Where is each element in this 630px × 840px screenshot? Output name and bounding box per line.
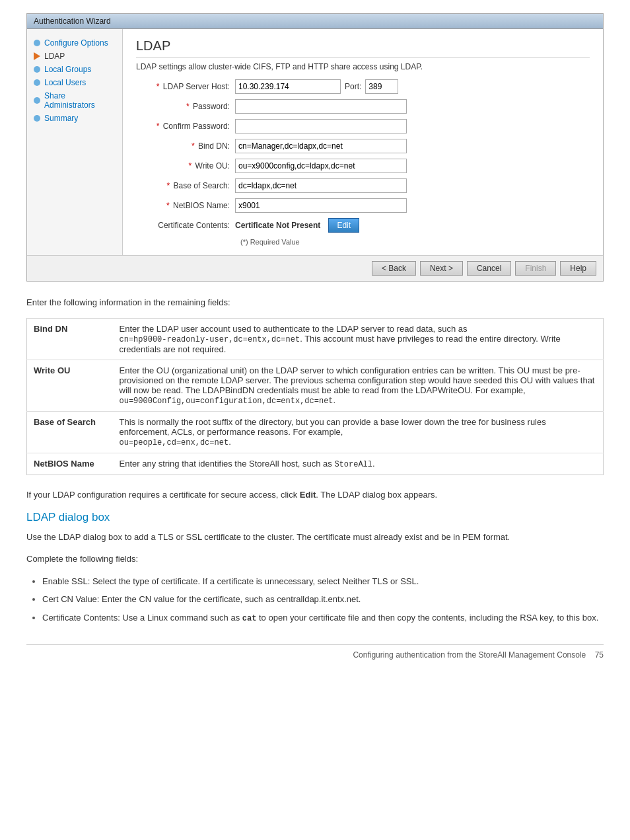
form-row-ldap-server-host: * LDAP Server Host: Port: <box>136 79 590 94</box>
input-password[interactable] <box>235 99 407 114</box>
input-ldap-server-host[interactable] <box>235 79 341 94</box>
form-row-password: * Password: <box>136 99 590 114</box>
list-item: Enable SSL: Select the type of certifica… <box>42 575 604 588</box>
wizard-title: Authentication Wizard <box>34 17 111 26</box>
nav-arrow-ldap <box>34 52 40 60</box>
sidebar-item-share-administrators[interactable]: Share Administrators <box>34 91 116 110</box>
desc-write-ou: Enter the OU (organizational unit) on th… <box>113 360 604 412</box>
table-row: Bind DN Enter the LDAP user account used… <box>27 319 604 360</box>
wizard-titlebar: Authentication Wizard <box>27 14 603 29</box>
label-confirm-password: * Confirm Password: <box>136 122 235 131</box>
help-button[interactable]: Help <box>560 261 596 276</box>
label-password: * Password: <box>136 102 235 111</box>
input-base-of-search[interactable] <box>235 178 407 193</box>
nav-bullet-summary <box>34 115 40 122</box>
code-base-of-search: ou=people,cd=enx,dc=net <box>120 438 229 447</box>
required-star-netbios-name: * <box>166 201 170 210</box>
input-write-ou[interactable] <box>235 159 407 173</box>
table-row: Base of Search This is normally the root… <box>27 412 604 453</box>
nav-bullet-configure-options <box>34 40 40 46</box>
form-row-netbios-name: * NetBIOS Name: <box>136 198 590 213</box>
edit-certificate-button[interactable]: Edit <box>328 218 359 233</box>
list-item: Cert CN Value: Enter the CN value for th… <box>42 593 604 606</box>
required-star-host: * <box>157 82 160 91</box>
required-note: (*) Required Value <box>240 238 590 246</box>
page-footer: Configuring authentication from the Stor… <box>26 644 604 660</box>
list-item: Certificate Contents: Use a Linux comman… <box>42 611 604 625</box>
nav-label-local-users[interactable]: Local Users <box>44 78 86 87</box>
sidebar-item-local-users[interactable]: Local Users <box>34 78 116 87</box>
required-star-confirm-password: * <box>157 122 160 131</box>
wizard-nav: Configure Options LDAP Local Groups Loca… <box>27 29 123 255</box>
input-bind-dn[interactable] <box>235 139 407 153</box>
table-row: NetBIOS Name Enter any string that ident… <box>27 453 604 475</box>
wizard-body: Configure Options LDAP Local Groups Loca… <box>27 29 603 255</box>
input-confirm-password[interactable] <box>235 119 407 134</box>
label-base-of-search: * Base of Search: <box>136 181 235 190</box>
form-row-base-of-search: * Base of Search: <box>136 178 590 193</box>
term-bind-dn: Bind DN <box>27 319 113 360</box>
input-netbios-name[interactable] <box>235 198 407 213</box>
required-star-base-of-search: * <box>167 181 170 190</box>
back-button[interactable]: < Back <box>372 261 416 276</box>
required-star-write-ou: * <box>189 161 192 171</box>
term-write-ou: Write OU <box>27 360 113 412</box>
authentication-wizard: Authentication Wizard Configure Options … <box>26 13 604 282</box>
form-row-write-ou: * Write OU: <box>136 159 590 173</box>
footer-text: Configuring authentication from the Stor… <box>353 650 586 660</box>
port-label: Port: <box>345 82 361 91</box>
term-netbios-name: NetBIOS Name <box>27 453 113 475</box>
ldap-complete-text: Complete the following fields: <box>26 553 604 566</box>
input-port[interactable] <box>365 79 398 94</box>
nav-bullet-share-administrators <box>34 97 40 104</box>
desc-netbios-name: Enter any string that identifies the Sto… <box>113 453 604 475</box>
sidebar-item-ldap[interactable]: LDAP <box>34 52 116 61</box>
nav-bullet-local-groups <box>34 66 40 73</box>
sidebar-item-local-groups[interactable]: Local Groups <box>34 65 116 74</box>
wizard-content-description: LDAP settings allow cluster-wide CIFS, F… <box>136 62 590 71</box>
code-netbios-name: StoreAll <box>334 460 372 469</box>
form-row-certificate: Certificate Contents: Certificate Not Pr… <box>136 218 590 233</box>
nav-label-configure-options[interactable]: Configure Options <box>44 38 108 48</box>
label-write-ou: * Write OU: <box>136 161 235 171</box>
code-bind-dn: cn=hp9000-readonly-user,dc=entx,dc=net <box>120 335 300 344</box>
edit-bold: Edit <box>300 490 316 500</box>
ldap-dialog-heading: LDAP dialog box <box>26 511 604 524</box>
term-base-of-search: Base of Search <box>27 412 113 453</box>
required-star-bind-dn: * <box>192 141 195 151</box>
nav-label-local-groups[interactable]: Local Groups <box>44 65 91 74</box>
wizard-footer: < Back Next > Cancel Finish Help <box>27 255 603 281</box>
sidebar-item-configure-options[interactable]: Configure Options <box>34 38 116 48</box>
nav-bullet-local-users <box>34 79 40 86</box>
next-button[interactable]: Next > <box>420 261 463 276</box>
nav-label-ldap[interactable]: LDAP <box>44 52 65 61</box>
label-netbios-name: * NetBIOS Name: <box>136 201 235 210</box>
cert-section-text: If your LDAP configuration requires a ce… <box>26 488 604 502</box>
nav-label-summary[interactable]: Summary <box>44 114 78 123</box>
form-row-bind-dn: * Bind DN: <box>136 139 590 153</box>
info-table: Bind DN Enter the LDAP user account used… <box>26 318 604 475</box>
code-write-ou: ou=9000Config,ou=configuration,dc=entx,d… <box>120 397 333 406</box>
page-number: 75 <box>595 650 604 660</box>
desc-base-of-search: This is normally the root suffix of the … <box>113 412 604 453</box>
certificate-status: Certificate Not Present <box>235 221 320 230</box>
cancel-button[interactable]: Cancel <box>467 261 511 276</box>
cat-bold: cat <box>242 613 257 623</box>
desc-bind-dn: Enter the LDAP user account used to auth… <box>113 319 604 360</box>
label-ldap-server-host: * LDAP Server Host: <box>136 82 235 91</box>
form-row-confirm-password: * Confirm Password: <box>136 119 590 134</box>
nav-label-share-administrators[interactable]: Share Administrators <box>44 91 116 110</box>
code-cat: cat <box>242 614 257 623</box>
label-bind-dn: * Bind DN: <box>136 141 235 151</box>
table-row: Write OU Enter the OU (organizational un… <box>27 360 604 412</box>
sidebar-item-summary[interactable]: Summary <box>34 114 116 123</box>
wizard-content-heading: LDAP <box>136 38 590 58</box>
ldap-dialog-intro: Use the LDAP dialog box to add a TLS or … <box>26 531 604 544</box>
label-certificate-contents: Certificate Contents: <box>136 221 235 230</box>
required-star-password: * <box>186 102 190 111</box>
wizard-content: LDAP LDAP settings allow cluster-wide CI… <box>123 29 603 255</box>
finish-button[interactable]: Finish <box>515 261 556 276</box>
bullet-list: Enable SSL: Select the type of certifica… <box>42 575 604 625</box>
intro-text: Enter the following information in the r… <box>26 297 604 307</box>
